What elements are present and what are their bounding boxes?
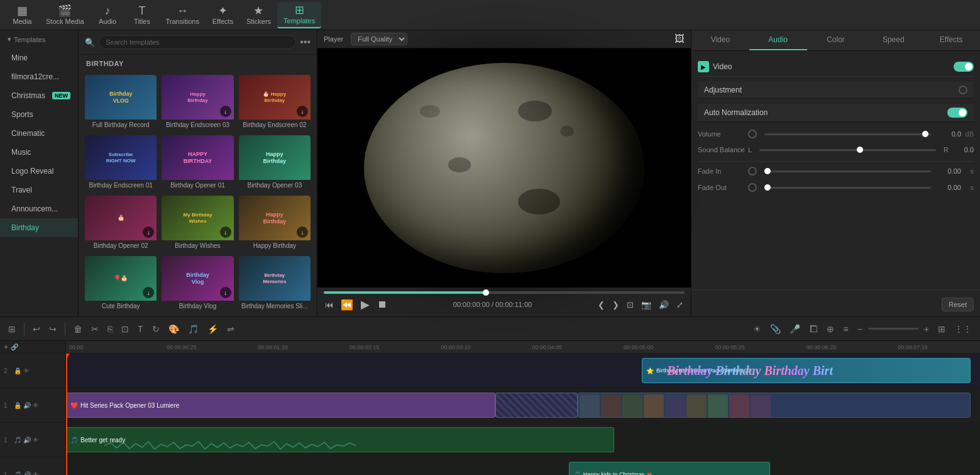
track-1-icon1[interactable]: 🔒 bbox=[14, 402, 21, 409]
play-button[interactable]: ▶ bbox=[360, 296, 371, 313]
template-card-vlog[interactable]: BirthdayVlog ↓ Birthday Vlog bbox=[162, 256, 233, 311]
sidebar-item-logo-reveal[interactable]: Logo Reveal bbox=[0, 162, 78, 181]
undo-button[interactable]: ↩ bbox=[30, 322, 43, 336]
stop-button[interactable]: ⏹ bbox=[376, 298, 388, 311]
track-1-icon2[interactable]: 🔊 bbox=[23, 402, 31, 409]
volume-thumb[interactable] bbox=[922, 131, 928, 137]
cut-button[interactable]: ✂ bbox=[88, 322, 102, 336]
speed-btn[interactable]: ⚡ bbox=[204, 322, 221, 336]
audio-1-icon2[interactable]: 🔊 bbox=[23, 437, 31, 444]
more-timeline-button[interactable]: ⋮⋮ bbox=[951, 322, 975, 336]
toolbar-transitions[interactable]: ↔ Transitions bbox=[160, 3, 206, 28]
zoom-in-button[interactable]: + bbox=[921, 322, 932, 336]
volume-button[interactable]: 🔊 bbox=[658, 299, 670, 311]
video-toggle-switch[interactable] bbox=[954, 62, 974, 72]
toolbar-media[interactable]: ▦ Media bbox=[5, 3, 40, 28]
template-card-opener-03[interactable]: HappyBirthday Birthday Opener 03 bbox=[239, 135, 311, 191]
tab-speed[interactable]: Speed bbox=[864, 30, 922, 50]
zoom-out-button[interactable]: − bbox=[854, 322, 866, 336]
redo-button[interactable]: ↪ bbox=[46, 322, 60, 336]
clip-better-get-ready[interactable]: 🎵 Better get ready bbox=[66, 427, 614, 452]
fade-out-circle[interactable] bbox=[748, 183, 757, 192]
progress-track[interactable] bbox=[324, 291, 685, 294]
step-back-button[interactable]: ⏪ bbox=[339, 298, 355, 312]
template-card-opener-01[interactable]: HAPPYBIRTHDAY Birthday Opener 01 bbox=[162, 135, 233, 191]
audio-1-icon1[interactable]: 🎵 bbox=[14, 437, 21, 444]
tab-video[interactable]: Video bbox=[691, 30, 749, 50]
audio-2-icon3[interactable]: 👁 bbox=[33, 471, 39, 476]
toolbar-stock-media[interactable]: 🎬 Stock Media bbox=[40, 3, 91, 28]
mark-out-button[interactable]: ❯ bbox=[611, 299, 620, 311]
template-card-endscreen-01[interactable]: SubscribeRIGHT NOW Birthday Endscreen 01 bbox=[85, 135, 157, 191]
fit-button[interactable]: ⊞ bbox=[935, 322, 949, 336]
template-card-opener-02[interactable]: 🎂 ↓ Birthday Opener 02 bbox=[85, 196, 157, 251]
fade-out-slider[interactable] bbox=[764, 187, 931, 189]
sidebar-item-birthday[interactable]: Birthday bbox=[0, 218, 78, 237]
sidebar-item-music[interactable]: Music bbox=[0, 143, 78, 162]
mark-in-button[interactable]: ❮ bbox=[597, 299, 606, 311]
track-1-icon3[interactable]: 👁 bbox=[33, 402, 39, 409]
timeline-settings-button[interactable]: ☀ bbox=[750, 322, 764, 336]
text-button[interactable]: T bbox=[135, 322, 146, 336]
screenshot-button[interactable]: 🖼 bbox=[674, 33, 685, 45]
clip-transition[interactable] bbox=[495, 393, 578, 418]
sidebar-item-cinematic[interactable]: Cinematic bbox=[0, 124, 78, 143]
template-card-wishes[interactable]: My BirthdayWishes ↓ Birthday Wishes bbox=[162, 196, 233, 251]
volume-circle[interactable] bbox=[748, 130, 757, 138]
fade-in-thumb[interactable] bbox=[764, 168, 771, 174]
sidebar-item-filmora[interactable]: filmora12cre... bbox=[0, 67, 78, 86]
template-card-memories[interactable]: BirthdayMemories Birthday Memories Sli..… bbox=[239, 256, 311, 311]
tab-color[interactable]: Color bbox=[807, 30, 865, 50]
crop-timeline-button[interactable]: ⊡ bbox=[118, 322, 132, 336]
transition-btn[interactable]: ⇌ bbox=[224, 322, 238, 336]
zoom-slider[interactable] bbox=[868, 328, 918, 330]
template-card-endscreen-03[interactable]: HappyBirthday ↓ Birthday Endscreen 03 bbox=[162, 75, 233, 130]
toolbar-effects[interactable]: ✦ Effects bbox=[206, 3, 240, 28]
audio-btn[interactable]: 🎵 bbox=[185, 322, 202, 336]
toolbar-titles[interactable]: T Titles bbox=[125, 3, 160, 28]
sidebar-item-travel[interactable]: Travel bbox=[0, 181, 78, 199]
toolbar-stickers[interactable]: ★ Stickers bbox=[240, 3, 277, 28]
clip-birthday-hand-draw[interactable]: ⭐ Birthday Hand Draw Pack Element 23 bbox=[642, 358, 971, 383]
sidebar-item-announcements[interactable]: Announcem... bbox=[0, 199, 78, 218]
repeat-button[interactable]: ↻ bbox=[149, 322, 163, 336]
sidebar-header[interactable]: ▾ Templates bbox=[0, 30, 78, 48]
fade-in-slider[interactable] bbox=[764, 170, 931, 172]
audio-1-icon3[interactable]: 👁 bbox=[33, 437, 39, 444]
search-input[interactable] bbox=[99, 35, 296, 49]
quality-select[interactable]: Full Quality 1/2 Quality 1/4 Quality bbox=[351, 33, 407, 45]
fullscreen-button[interactable]: ⤢ bbox=[675, 299, 685, 311]
crop-button[interactable]: ⊡ bbox=[625, 299, 635, 311]
timeline-mic-button[interactable]: 🎤 bbox=[786, 322, 803, 336]
toolbar-audio[interactable]: ♪ Audio bbox=[91, 3, 125, 28]
copy-button[interactable]: ⎘ bbox=[104, 322, 116, 336]
more-options-button[interactable]: ••• bbox=[300, 36, 311, 48]
clip-happy-kids[interactable]: 🎵 Happy kids In Christmas ❤ bbox=[569, 462, 770, 475]
track-2-icon2[interactable]: 👁 bbox=[23, 367, 30, 374]
balance-slider[interactable] bbox=[759, 149, 936, 151]
timeline-magnet-button[interactable]: ⊕ bbox=[823, 322, 837, 336]
timeline-layout-button[interactable]: ⊞ bbox=[5, 322, 19, 336]
delete-button[interactable]: 🗑 bbox=[70, 322, 85, 336]
video-section-toggle[interactable] bbox=[954, 62, 974, 72]
tab-effects[interactable]: Effects bbox=[922, 30, 980, 50]
audio-2-icon1[interactable]: 🎵 bbox=[14, 471, 21, 476]
sidebar-item-mine[interactable]: Mine bbox=[0, 48, 78, 67]
fade-out-thumb[interactable] bbox=[764, 184, 771, 191]
timeline-grid-button[interactable]: ≡ bbox=[840, 322, 851, 336]
template-card-full-birthday-record[interactable]: BirthdayVLOG Full Birthday Record bbox=[85, 75, 157, 130]
template-card-endscreen-02[interactable]: 🎂 HappyBirthday ↓ Birthday Endscreen 02 bbox=[239, 75, 311, 130]
track-2-icon1[interactable]: 🔒 bbox=[14, 367, 21, 374]
timeline-clip-button[interactable]: 📎 bbox=[767, 322, 784, 336]
balance-thumb[interactable] bbox=[857, 147, 863, 153]
volume-slider[interactable] bbox=[764, 133, 931, 135]
sidebar-item-christmas[interactable]: Christmas NEW bbox=[0, 86, 78, 105]
template-card-cute[interactable]: 🎈🎂 ↓ Cute Birthday bbox=[85, 256, 157, 311]
clip-video-frames[interactable] bbox=[578, 393, 971, 418]
adjustment-toggle[interactable] bbox=[959, 86, 967, 94]
color-button[interactable]: 🎨 bbox=[165, 322, 182, 336]
audio-2-icon2[interactable]: 🔊 bbox=[23, 471, 31, 476]
clip-hit-series[interactable]: ❤️ Hit Series Pack Opener 03 Lumiere bbox=[66, 393, 495, 418]
add-track-button[interactable]: + bbox=[4, 343, 8, 352]
fade-in-circle[interactable] bbox=[748, 167, 757, 176]
